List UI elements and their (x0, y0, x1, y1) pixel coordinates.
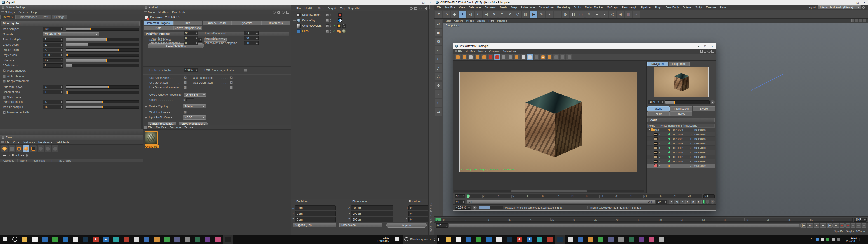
zoom-slider[interactable] (665, 100, 710, 104)
color-profile-dropdown[interactable]: sRGB (183, 116, 206, 120)
status-menu-button[interactable]: ▶ (473, 206, 477, 210)
lock-y-icon[interactable]: Y (498, 11, 506, 18)
dock-icon[interactable] (711, 50, 714, 53)
taskbar-app-icon[interactable]: A (515, 235, 525, 244)
value-spinner[interactable]: 0 F (244, 31, 259, 35)
color-swatch[interactable] (186, 98, 194, 101)
search-icon[interactable] (862, 6, 865, 9)
value-slider[interactable] (65, 100, 139, 103)
playback-button[interactable]: ▶ (820, 223, 826, 227)
sort-down-icon[interactable] (475, 54, 480, 60)
sidebar-tab[interactable]: Livello (693, 106, 715, 111)
checkbox[interactable]: ✓ (230, 77, 233, 79)
menu-item[interactable]: File (297, 7, 301, 10)
value-slider[interactable] (65, 43, 139, 46)
taskbar-app-icon[interactable] (131, 235, 142, 244)
render-view-icon[interactable]: ▦ (522, 11, 529, 18)
link-ab-icon[interactable] (560, 54, 565, 60)
sidebar-tab[interactable]: Navigatore (648, 62, 668, 66)
maximize-button[interactable]: □ (422, 1, 425, 4)
new-child-take-button[interactable] (8, 146, 15, 152)
lock-z-icon[interactable]: Z (506, 11, 514, 18)
panel-grip[interactable] (292, 7, 295, 10)
history-row[interactable]: 1 00:00:02 1 1920x1080 (648, 137, 715, 141)
menu-item[interactable]: Modifica (156, 126, 166, 129)
taskbar-clock-right[interactable]: 12:02 17/03/2017 (842, 236, 859, 242)
main-titlebar[interactable]: CINEMA 4D R17.048 Studio (R17) - [test.c… (434, 0, 868, 5)
value-slider[interactable] (65, 54, 139, 57)
lock-icon[interactable] (277, 11, 280, 13)
camera-create-icon[interactable]: ▢ (578, 11, 585, 18)
value-spinner[interactable]: 90 F (244, 36, 259, 40)
playback-button[interactable]: ◀| (807, 223, 813, 227)
lod-editor-checkbox[interactable] (244, 69, 247, 72)
maximize-button[interactable]: □ (856, 1, 860, 4)
taskbar-app-icon[interactable] (464, 235, 474, 244)
menu-item[interactable]: Motion Tracker (585, 6, 603, 9)
checkbox[interactable]: ✓ (184, 77, 187, 79)
column-header[interactable]: Tag Gruppo (56, 159, 73, 162)
value-spinner[interactable]: 30 (184, 31, 198, 35)
checkbox[interactable] (230, 86, 233, 89)
menu-item[interactable]: Modifica (445, 6, 455, 9)
close-button[interactable]: × (710, 44, 714, 48)
status-zoom-field[interactable]: 40.96 % (455, 206, 471, 210)
make-editable-icon[interactable]: ⇄ (435, 20, 442, 28)
tray-icon[interactable] (831, 238, 836, 241)
sidebar-tab[interactable]: Storia (648, 106, 670, 111)
taskbar-app-icon[interactable] (40, 235, 50, 244)
taskbar-app-icon[interactable] (586, 235, 596, 244)
attribute-tab[interactable]: Info (173, 21, 202, 25)
column-header[interactable]: Tempo Rendering (659, 124, 680, 127)
value-spinner[interactable]: 2. (43, 48, 63, 52)
viewport-quad-icon[interactable] (859, 19, 862, 22)
lock-workplane-icon[interactable]: ▤ (435, 108, 442, 116)
size-input[interactable]: 200 cm (351, 211, 393, 216)
daylight-tag-icon[interactable] (337, 24, 341, 28)
taskbar-app-icon[interactable] (596, 235, 606, 244)
position-mode-dropdown[interactable]: Oggetto (Rel) (293, 223, 336, 227)
action-center-button[interactable] (860, 238, 867, 241)
dropdown[interactable]: GI_AMBIENT (43, 32, 99, 36)
search-icon[interactable] (273, 11, 276, 13)
expander-icon[interactable] (648, 129, 650, 130)
octane-settings-titlebar[interactable]: Octane Settings (0, 5, 143, 10)
menu-item[interactable]: Help (31, 11, 37, 14)
viewport-swap-icon[interactable] (863, 19, 866, 22)
timeline-end-field[interactable]: 90 F (854, 218, 867, 222)
menu-item[interactable]: Sostituisci (23, 141, 35, 144)
value-slider[interactable] (65, 91, 139, 94)
menu-item[interactable]: Snap (510, 6, 517, 9)
attribute-tab[interactable]: Parametri Progetto (144, 21, 173, 25)
record-keyframe-button[interactable] (840, 223, 844, 227)
size-input[interactable]: 200 cm (351, 217, 393, 222)
value-slider[interactable] (65, 28, 139, 31)
texture-tag-icon[interactable] (342, 29, 346, 33)
taskbar-app-icon[interactable] (647, 235, 657, 244)
sort-user-icon[interactable] (481, 54, 487, 60)
take-target-icon[interactable] (3, 154, 6, 157)
attribute-tab[interactable]: Dynamics (232, 21, 261, 25)
redo-icon[interactable]: ↷ (443, 11, 450, 18)
taskbar-app-icon[interactable] (535, 235, 545, 244)
taskbar-app-icon[interactable] (20, 235, 30, 244)
toggle-sidebar-icon[interactable] (700, 50, 703, 53)
visibility-dots[interactable] (330, 24, 332, 27)
taskbar-app-icon[interactable] (545, 235, 555, 244)
column-header[interactable]: Categoria (1, 159, 17, 162)
range-slider[interactable]: 0 F 30 F (467, 200, 655, 204)
rotate-tool-icon[interactable]: ↻ (475, 11, 482, 18)
range-start-field[interactable]: 0 F (455, 200, 465, 204)
menu-item[interactable]: Animazione (503, 50, 516, 53)
clear-ab-icon[interactable] (566, 54, 572, 60)
palette-window-titlebar[interactable]: Oggetti – □ × (0, 0, 434, 5)
navigator-preview[interactable] (654, 67, 709, 97)
taskbar-clock-left[interactable]: 12:02 17/03/2017 (375, 235, 392, 244)
enabled-check[interactable]: ✓ (333, 30, 336, 33)
auto-take-button[interactable] (16, 146, 22, 152)
viewport-split-icon[interactable] (855, 19, 858, 22)
attribute-tab[interactable]: Chiave Interpolazione (173, 26, 202, 30)
compare-ab-off-icon[interactable] (534, 54, 539, 60)
taskbar-app-icon[interactable] (213, 235, 223, 244)
render-canvas[interactable]: Octane | 128/128 spp | 00:00:02 | 1920x1… (453, 61, 647, 193)
